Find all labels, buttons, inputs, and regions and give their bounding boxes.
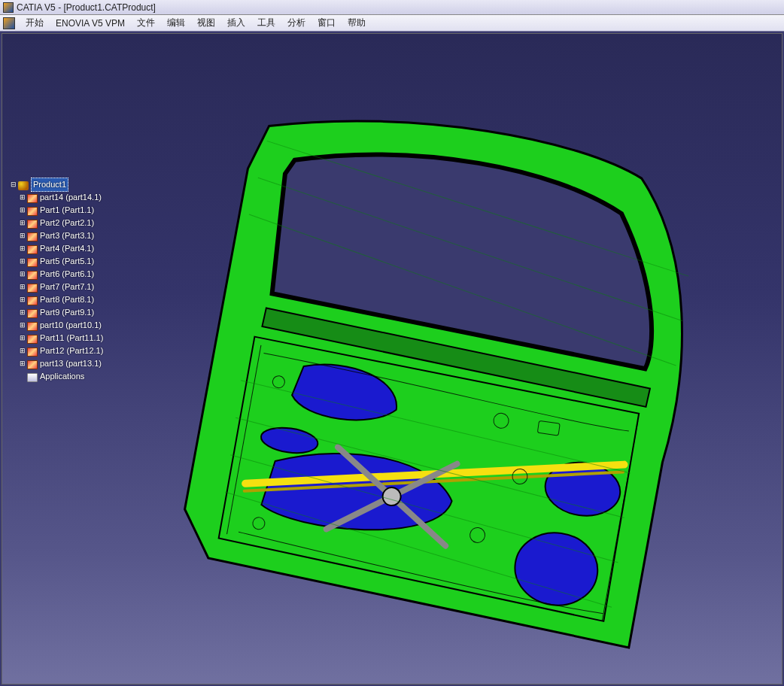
expand-icon[interactable]: ⊞ — [19, 204, 26, 217]
tree-item-label[interactable]: Part3 (Part3.1) — [40, 229, 94, 242]
tree-item-label[interactable]: Part1 (Part1.1) — [40, 204, 94, 217]
expand-icon[interactable]: ⊟ — [10, 178, 17, 191]
part-icon — [27, 207, 38, 216]
tree-item[interactable]: ⊞ Part5 (Part5.1) — [10, 255, 103, 268]
menu-analysis[interactable]: 分析 — [281, 15, 311, 31]
model-svg — [190, 109, 717, 651]
tree-item[interactable]: ⊞ Part3 (Part3.1) — [10, 229, 103, 242]
expand-icon[interactable]: ⊞ — [19, 281, 26, 293]
tree-root-label[interactable]: Product1 — [31, 178, 68, 192]
menu-start[interactable]: 开始 — [20, 15, 50, 31]
menubar: 开始 ENOVIA V5 VPM 文件 编辑 视图 插入 工具 分析 窗口 帮助 — [0, 15, 784, 32]
tree-item[interactable]: ⊞ Part7 (Part7.1) — [10, 281, 103, 293]
tree-item-label[interactable]: part10 (part10.1) — [40, 319, 102, 332]
expand-icon[interactable]: ⊞ — [19, 217, 26, 229]
tree-item[interactable]: ⊞ Part8 (Part8.1) — [10, 293, 103, 306]
tree-applications-label[interactable]: Applications — [40, 370, 84, 383]
part-icon — [27, 309, 38, 318]
tree-item-label[interactable]: Part7 (Part7.1) — [40, 281, 94, 293]
menu-window[interactable]: 窗口 — [311, 15, 342, 31]
expand-icon[interactable]: ⊞ — [19, 191, 26, 204]
tree-applications[interactable]: Applications — [10, 370, 103, 383]
part-icon — [27, 284, 38, 293]
tree-item-label[interactable]: Part2 (Part2.1) — [40, 217, 94, 229]
part-icon — [27, 335, 38, 344]
tree-item-label[interactable]: Part12 (Part12.1) — [40, 345, 103, 357]
tree-item-label[interactable]: Part5 (Part5.1) — [40, 255, 94, 268]
tree-item-label[interactable]: Part6 (Part6.1) — [40, 268, 94, 281]
tree-item[interactable]: ⊞ Part1 (Part1.1) — [10, 204, 103, 217]
part-icon — [27, 194, 38, 203]
tree-item-label[interactable]: Part11 (Part11.1) — [40, 332, 103, 345]
titlebar: CATIA V5 - [Product1.CATProduct] — [0, 0, 784, 15]
tree-item[interactable]: ⊞ part13 (part13.1) — [10, 357, 103, 370]
applications-icon — [27, 373, 38, 382]
tree-item-label[interactable]: part14 (part14.1) — [40, 191, 102, 204]
expand-icon[interactable]: ⊞ — [19, 255, 26, 268]
part-icon — [27, 296, 38, 305]
expand-icon[interactable]: ⊞ — [19, 242, 26, 255]
specification-tree[interactable]: ⊟ Product1 ⊞ part14 (part14.1) ⊞ Part1 (… — [10, 178, 103, 383]
menu-edit[interactable]: 编辑 — [161, 15, 191, 31]
menu-file[interactable]: 文件 — [131, 15, 161, 31]
expand-icon[interactable]: ⊞ — [19, 229, 26, 242]
part-icon — [27, 360, 38, 369]
tree-item-label[interactable]: Part4 (Part4.1) — [40, 242, 94, 255]
part-icon — [27, 271, 38, 280]
tree-item[interactable]: ⊞ Part6 (Part6.1) — [10, 268, 103, 281]
tree-item[interactable]: ⊞ Part12 (Part12.1) — [10, 345, 103, 357]
menu-tools[interactable]: 工具 — [251, 15, 281, 31]
expand-icon[interactable]: ⊞ — [19, 306, 26, 319]
tree-item-label[interactable]: part13 (part13.1) — [40, 357, 102, 370]
expand-icon[interactable]: ⊞ — [19, 332, 26, 345]
expand-icon[interactable]: ⊞ — [19, 319, 26, 332]
part-icon — [27, 348, 38, 357]
expand-icon[interactable]: ⊞ — [19, 293, 26, 306]
part-icon — [27, 220, 38, 229]
tree-root[interactable]: ⊟ Product1 — [10, 178, 103, 191]
menu-insert[interactable]: 插入 — [221, 15, 251, 31]
tree-item[interactable]: ⊞ Part4 (Part4.1) — [10, 242, 103, 255]
document-icon — [3, 17, 15, 29]
catia-app-icon — [3, 2, 14, 13]
tree-item[interactable]: ⊞ Part11 (Part11.1) — [10, 332, 103, 345]
expand-icon — [19, 370, 26, 383]
part-icon — [27, 258, 38, 267]
menu-enovia[interactable]: ENOVIA V5 VPM — [50, 17, 131, 30]
product-icon — [18, 181, 29, 190]
tree-item-label[interactable]: Part9 (Part9.1) — [40, 306, 94, 319]
tree-item[interactable]: ⊞ Part9 (Part9.1) — [10, 306, 103, 319]
menu-view[interactable]: 视图 — [191, 15, 221, 31]
viewport-3d[interactable]: ⊟ Product1 ⊞ part14 (part14.1) ⊞ Part1 (… — [2, 33, 782, 684]
expand-icon[interactable]: ⊞ — [19, 357, 26, 370]
tree-item-label[interactable]: Part8 (Part8.1) — [40, 293, 94, 306]
tree-item[interactable]: ⊞ Part2 (Part2.1) — [10, 217, 103, 229]
menu-help[interactable]: 帮助 — [342, 15, 372, 31]
part-icon — [27, 245, 38, 254]
expand-icon[interactable]: ⊞ — [19, 345, 26, 357]
tree-item[interactable]: ⊞ part10 (part10.1) — [10, 319, 103, 332]
part-icon — [27, 322, 38, 331]
expand-icon[interactable]: ⊞ — [19, 268, 26, 281]
part-icon — [27, 232, 38, 241]
window-title: CATIA V5 - [Product1.CATProduct] — [17, 2, 156, 13]
car-door-model[interactable] — [190, 109, 717, 651]
tree-item[interactable]: ⊞ part14 (part14.1) — [10, 191, 103, 204]
